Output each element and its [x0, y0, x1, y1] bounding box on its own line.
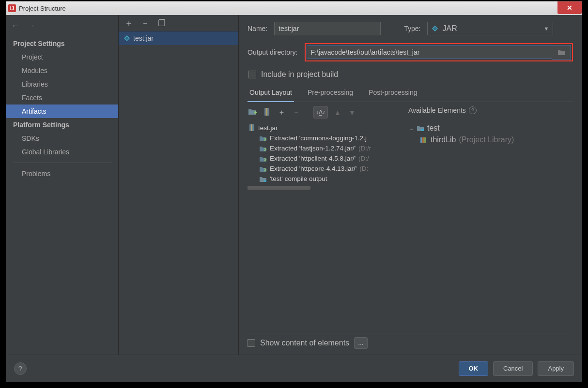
- tabs: Output Layout Pre-processing Post-proces…: [248, 86, 573, 102]
- sidebar-item-project[interactable]: Project: [6, 50, 118, 64]
- sidebar-item-modules[interactable]: Modules: [6, 64, 118, 77]
- available-library-label: thirdLib: [431, 135, 456, 144]
- tree-item-label: Extracted 'fastjson-1.2.74.jar/': [270, 145, 356, 152]
- show-content-options-button[interactable]: …: [354, 337, 368, 349]
- extract-icon: [259, 135, 267, 142]
- svg-rect-14: [424, 137, 426, 143]
- jar-type-icon: [432, 25, 438, 32]
- available-elements-label: Available Elements: [408, 106, 466, 114]
- sidebar-heading-project: Project Settings: [6, 37, 118, 50]
- name-label: Name:: [248, 25, 267, 32]
- new-archive-button[interactable]: [262, 107, 272, 118]
- tree-item-label: Extracted 'commons-logging-1.2.j: [270, 134, 367, 142]
- name-input[interactable]: [274, 22, 381, 35]
- type-value-label: JAR: [442, 24, 457, 33]
- sort-button[interactable]: ↓A̲z: [313, 106, 328, 119]
- browse-directory-button[interactable]: [552, 45, 571, 60]
- library-icon: [420, 136, 428, 143]
- tab-output-layout[interactable]: Output Layout: [248, 86, 294, 102]
- module-icon: [417, 125, 424, 132]
- ok-button[interactable]: OK: [459, 361, 489, 376]
- layout-toolbar: ＋ － ↓A̲z ▲ ▼ Available Elements ?: [248, 102, 573, 122]
- app-icon: IJ: [8, 4, 16, 12]
- sidebar-item-artifacts[interactable]: Artifacts: [6, 104, 118, 118]
- copy-artifact-button[interactable]: ❐: [157, 18, 166, 29]
- available-module[interactable]: ⌄ test: [408, 122, 573, 134]
- tree-item[interactable]: Extracted 'commons-logging-1.2.j: [248, 133, 400, 143]
- move-down-button[interactable]: ▼: [347, 108, 357, 117]
- extract-icon: [259, 145, 267, 152]
- show-content-label: Show content of elements: [260, 339, 349, 347]
- outdir-label: Output directory:: [248, 48, 298, 56]
- sidebar-item-libraries[interactable]: Libraries: [6, 77, 118, 91]
- titlebar: IJ Project Structure ✕: [6, 1, 582, 15]
- outdir-highlight: [305, 43, 573, 61]
- tree-root-label: test.jar: [258, 124, 278, 132]
- sidebar-item-facets[interactable]: Facets: [6, 91, 118, 104]
- tree-item[interactable]: Extracted 'httpclient-4.5.8.jar/' (D:/: [248, 153, 400, 164]
- tree-root[interactable]: test.jar: [248, 122, 400, 133]
- chevron-down-icon: ▼: [544, 26, 549, 31]
- tree-item-label: Extracted 'httpclient-4.5.8.jar/': [270, 155, 356, 162]
- include-build-label: Include in project build: [261, 70, 338, 79]
- svg-rect-10: [264, 180, 266, 182]
- new-folder-button[interactable]: [248, 108, 257, 117]
- include-build-checkbox[interactable]: [248, 71, 256, 78]
- remove-item-button[interactable]: －: [291, 108, 301, 117]
- nav-back-icon[interactable]: ←: [11, 21, 20, 31]
- available-elements-tree: ⌄ test thirdLib (Project Library): [408, 122, 573, 329]
- artifact-toolbar: ＋ － ❐: [119, 15, 238, 31]
- svg-rect-9: [251, 124, 252, 131]
- extract-icon: [259, 165, 267, 172]
- dialog-footer: ? OK Cancel Apply: [6, 355, 582, 382]
- type-label: Type:: [404, 25, 420, 32]
- sidebar-item-problems[interactable]: Problems: [6, 167, 118, 180]
- tree-item-label: 'test' compile output: [270, 175, 327, 182]
- artifact-item-label: test:jar: [133, 34, 154, 42]
- tree-item[interactable]: Extracted 'httpcore-4.4.13.jar/' (D:: [248, 164, 400, 174]
- output-directory-input[interactable]: [307, 45, 552, 59]
- available-library[interactable]: thirdLib (Project Library): [408, 134, 573, 146]
- project-structure-dialog: IJ Project Structure ✕ ← → Project Setti…: [6, 1, 582, 382]
- svg-rect-7: [266, 108, 267, 116]
- tab-post-processing[interactable]: Post-processing: [367, 86, 419, 102]
- artifact-item[interactable]: test:jar: [119, 31, 238, 45]
- tree-item[interactable]: 'test' compile output: [248, 174, 400, 184]
- nav-forward-icon: →: [27, 21, 35, 31]
- remove-artifact-button[interactable]: －: [141, 17, 150, 29]
- sidebar-separator: [13, 163, 111, 163]
- help-button[interactable]: ?: [14, 362, 27, 375]
- available-help-icon[interactable]: ?: [469, 106, 477, 114]
- window-title: Project Structure: [19, 5, 66, 12]
- artifact-list-panel: ＋ － ❐ test:jar: [119, 15, 239, 355]
- folder-icon: [259, 176, 267, 182]
- svg-rect-11: [421, 129, 424, 131]
- artifact-list: test:jar: [119, 31, 238, 355]
- nav-arrows: ← →: [6, 19, 118, 37]
- tree-item[interactable]: Extracted 'fastjson-1.2.74.jar/' (D:/r: [248, 143, 400, 153]
- cancel-button[interactable]: Cancel: [493, 361, 533, 376]
- svg-rect-12: [420, 137, 422, 143]
- tree-item-label: Extracted 'httpcore-4.4.13.jar/': [270, 165, 356, 172]
- scrollbar-horizontal[interactable]: [248, 186, 310, 190]
- tab-pre-processing[interactable]: Pre-processing: [306, 86, 355, 102]
- add-artifact-button[interactable]: ＋: [124, 17, 133, 29]
- artifact-details: Name: Type: JAR ▼ Output directory:: [239, 15, 582, 355]
- chevron-down-icon: ⌄: [409, 125, 414, 132]
- sidebar-heading-platform: Platform Settings: [6, 118, 118, 132]
- output-layout-tree: test.jar Extracted 'commons-logging-1.2.…: [248, 122, 400, 329]
- apply-button[interactable]: Apply: [538, 361, 574, 376]
- sidebar-item-global-libraries[interactable]: Global Libraries: [6, 145, 118, 159]
- sidebar: ← → Project Settings Project Modules Lib…: [6, 15, 119, 355]
- show-content-checkbox[interactable]: [248, 339, 255, 347]
- type-select[interactable]: JAR ▼: [427, 22, 553, 35]
- add-copy-button[interactable]: ＋: [277, 108, 286, 117]
- move-up-button[interactable]: ▲: [333, 108, 342, 117]
- svg-rect-5: [255, 111, 256, 114]
- available-library-suffix: (Project Library): [459, 135, 514, 144]
- close-button[interactable]: ✕: [557, 1, 582, 14]
- available-module-label: test: [427, 124, 440, 133]
- sidebar-item-sdks[interactable]: SDKs: [6, 132, 118, 145]
- extract-icon: [259, 155, 267, 162]
- jar-icon: [248, 124, 255, 132]
